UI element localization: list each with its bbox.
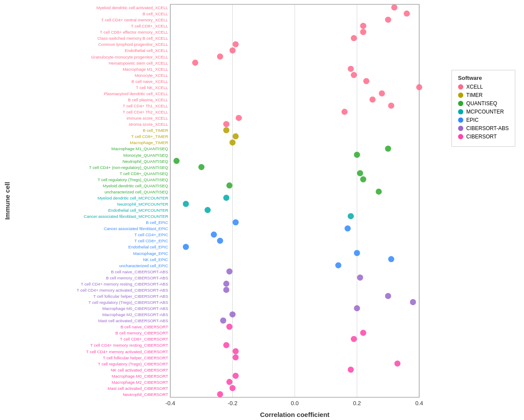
x-tick-4: 0.2 (353, 400, 361, 406)
legend-item: MCPCOUNTER (458, 109, 509, 115)
data-dot (223, 287, 229, 293)
x-tick-3: 0.0 (291, 400, 299, 406)
legend-dot (458, 84, 463, 90)
data-dot (394, 361, 400, 367)
legend-label: QUANTISEQ (466, 100, 497, 107)
data-dot (376, 189, 382, 195)
chart-svg: -0.4 -0.2 0.0 0.2 0.4 Correlation coeffi… (0, 0, 524, 420)
data-dot (360, 330, 366, 336)
y-label: T cell CD4+ Th1_XCELL (123, 103, 168, 108)
y-label: T cell regulatory (Tregs)_QUANTISEQ (97, 177, 168, 182)
x-tick-5: 0.4 (415, 400, 423, 406)
data-dot (357, 275, 363, 281)
data-dot (233, 373, 239, 379)
legend-dot (458, 109, 463, 114)
data-dot (192, 60, 198, 66)
data-dot (233, 355, 239, 361)
data-dot (173, 158, 179, 164)
legend-item: QUANTISEQ (458, 100, 509, 107)
y-label: T cell CD8+_CIBERSORT (120, 337, 168, 341)
legend-label: CIBERSORT-ABS (466, 125, 509, 131)
y-label: T cell CD8+ effector memory_XCELL (100, 30, 168, 34)
data-dot (360, 176, 366, 182)
y-label: Myeloid dendritic cell_MCPCOUNTER (97, 196, 168, 200)
data-dot (335, 262, 341, 269)
y-label: B cell_TIMER (143, 128, 168, 133)
data-dot (354, 152, 360, 158)
legend-label: MCPCOUNTER (466, 109, 504, 115)
data-dot (363, 78, 369, 84)
legend-item: EPIC (458, 117, 509, 123)
data-dot (226, 269, 232, 275)
y-label: Hematopoietic stem cell_XCELL (109, 61, 168, 65)
legend-item: XCELL (458, 84, 509, 90)
y-label: T cell CD4+ memory resting_CIBERSORT (90, 343, 169, 348)
data-dot (391, 4, 397, 10)
y-label: T cell follicular helper_CIBERSORT (103, 355, 168, 360)
y-label: NK cell activated_CIBERSORT (111, 368, 168, 372)
legend-label: EPIC (466, 117, 479, 123)
y-label: Class-switched memory B cell_XCELL (97, 36, 168, 41)
data-dot (223, 195, 229, 201)
y-label: T cell CD4+_EPIC (134, 232, 168, 237)
y-label: Macrophage M0_CIBERSORT (112, 374, 168, 379)
data-dot (226, 182, 232, 189)
y-label: T cell CD8+_EPIC (134, 238, 168, 243)
y-label: T cell regulatory (Tregs)_CIBERSORT-ABS (89, 300, 169, 305)
data-dot (360, 23, 366, 29)
y-label: T cell CD4+ central memory_XCELL (101, 17, 168, 22)
data-dot (217, 238, 223, 244)
legend-title: Software (458, 75, 509, 81)
y-label: T cell CD8+_QUANTISEQ (120, 171, 168, 176)
y-label: B cell_EPIC (146, 220, 168, 225)
y-label: T cell CD8+_XCELL (131, 24, 168, 28)
legend-box: Software XCELLTIMERQUANTISEQMCPCOUNTEREP… (452, 70, 515, 147)
data-dot (183, 201, 189, 207)
data-dot (351, 72, 357, 78)
data-dot (230, 385, 236, 391)
data-dot (388, 103, 394, 109)
y-label: T cell CD4+ (non-regulatory)_QUANTISEQ (89, 165, 168, 170)
y-label: T cell regulatory (Tregs)_CIBERSORT (98, 361, 168, 366)
y-label: B cell naive_CIBERSORT (121, 324, 168, 329)
y-label: T cell CD4+ Th2_XCELL (123, 110, 168, 114)
data-dot (233, 219, 239, 225)
data-dot (388, 256, 394, 262)
legend-dot (458, 134, 463, 139)
y-label: NK cell_EPIC (143, 257, 168, 262)
data-dot (357, 170, 363, 176)
data-dot (211, 231, 217, 238)
legend-dot (458, 117, 463, 123)
data-dot (233, 133, 239, 139)
y-label: Plasmacytoid dendritic cell_XCELL (104, 91, 168, 96)
y-axis-label: Immune cell (3, 182, 11, 220)
y-label: Neutrophil_MCPCOUNTER (117, 202, 168, 207)
y-label: T cell CD4+ memory resting_CIBERSORT-ABS (81, 282, 168, 286)
data-dot (416, 84, 422, 90)
y-label: Mast cell activated_CIBERSORT (107, 386, 168, 391)
legend-item: CIBERSORT-ABS (458, 125, 509, 131)
y-label: Granulocyte-monocyte progenitor_XCELL (91, 55, 168, 59)
y-label: Cancer associated fibroblast_MCPCOUNTER (84, 214, 168, 219)
x-tick-2: -0.2 (228, 400, 237, 406)
y-label: Common lymphoid progenitor_XCELL (98, 42, 168, 47)
y-label: B cell naive_XCELL (131, 79, 168, 84)
data-dot (220, 317, 226, 324)
data-dot (198, 164, 204, 170)
data-dot (385, 145, 391, 151)
legend-label: XCELL (466, 84, 483, 90)
y-label: B cell plasma_XCELL (128, 97, 168, 102)
y-label: B cell memory_CIBERSORT (115, 330, 168, 335)
data-dot (226, 379, 232, 385)
y-label: Macrophage M1_QUANTISEQ (111, 146, 168, 151)
y-label: Macrophage M1_XCELL (123, 67, 168, 72)
y-label: T cell CD8+_TIMER (131, 134, 168, 139)
y-label: Endothelial cell_EPIC (128, 244, 168, 249)
data-dot (385, 293, 391, 299)
data-dot (351, 336, 357, 342)
y-label: Endothelial cell_MCPCOUNTER (108, 208, 168, 213)
y-label: Macrophage M2_CIBERSORT (112, 380, 168, 385)
data-dot (348, 213, 354, 219)
data-dot (217, 54, 223, 60)
legend-item: TIMER (458, 92, 509, 98)
